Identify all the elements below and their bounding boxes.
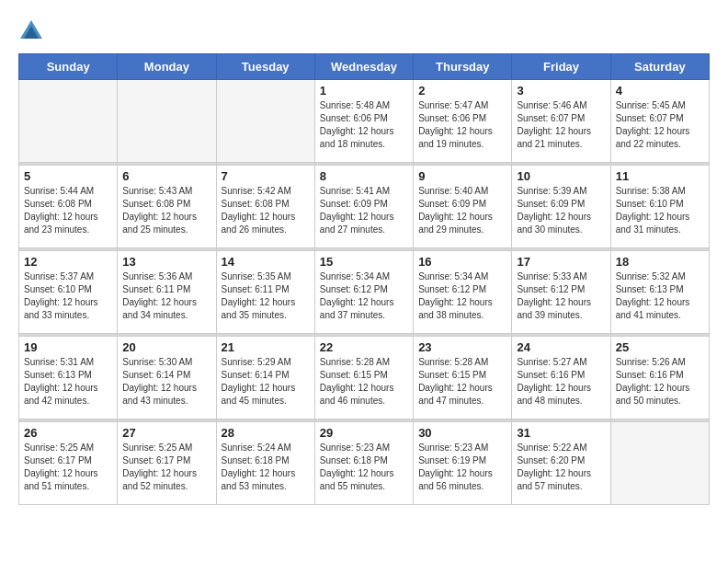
calendar-cell: 7Sunrise: 5:42 AM Sunset: 6:08 PM Daylig…: [216, 166, 314, 248]
calendar-cell: 14Sunrise: 5:35 AM Sunset: 6:11 PM Dayli…: [216, 251, 314, 334]
weekday-header-wednesday: Wednesday: [314, 54, 413, 80]
day-info: Sunrise: 5:41 AM Sunset: 6:09 PM Dayligh…: [320, 185, 408, 236]
day-number: 15: [320, 255, 408, 269]
calendar-cell: 31Sunrise: 5:22 AM Sunset: 6:20 PM Dayli…: [512, 422, 610, 505]
week-row-4: 19Sunrise: 5:31 AM Sunset: 6:13 PM Dayli…: [19, 337, 710, 419]
day-number: 7: [222, 169, 310, 183]
day-number: 26: [24, 426, 112, 440]
week-row-3: 12Sunrise: 5:37 AM Sunset: 6:10 PM Dayli…: [19, 251, 710, 334]
calendar-cell: 11Sunrise: 5:38 AM Sunset: 6:10 PM Dayli…: [610, 166, 709, 248]
calendar-cell: 8Sunrise: 5:41 AM Sunset: 6:09 PM Daylig…: [314, 166, 413, 248]
day-info: Sunrise: 5:43 AM Sunset: 6:08 PM Dayligh…: [122, 185, 210, 236]
day-info: Sunrise: 5:26 AM Sunset: 6:16 PM Dayligh…: [616, 356, 704, 408]
day-number: 18: [616, 255, 704, 269]
day-info: Sunrise: 5:29 AM Sunset: 6:14 PM Dayligh…: [222, 356, 310, 408]
day-number: 3: [517, 84, 605, 98]
day-info: Sunrise: 5:22 AM Sunset: 6:20 PM Dayligh…: [517, 442, 605, 493]
day-number: 1: [320, 84, 408, 98]
day-number: 4: [616, 84, 704, 98]
day-number: 28: [222, 426, 310, 440]
day-info: Sunrise: 5:23 AM Sunset: 6:18 PM Dayligh…: [320, 442, 408, 493]
day-info: Sunrise: 5:35 AM Sunset: 6:11 PM Dayligh…: [222, 270, 310, 322]
day-number: 20: [122, 340, 210, 354]
calendar-cell: 21Sunrise: 5:29 AM Sunset: 6:14 PM Dayli…: [216, 337, 314, 419]
day-info: Sunrise: 5:42 AM Sunset: 6:08 PM Dayligh…: [222, 185, 310, 236]
day-number: 21: [222, 340, 310, 354]
calendar-cell: 28Sunrise: 5:24 AM Sunset: 6:18 PM Dayli…: [216, 422, 314, 505]
weekday-header-row: SundayMondayTuesdayWednesdayThursdayFrid…: [19, 54, 710, 80]
day-info: Sunrise: 5:38 AM Sunset: 6:10 PM Dayligh…: [616, 185, 704, 236]
week-row-5: 26Sunrise: 5:25 AM Sunset: 6:17 PM Dayli…: [19, 422, 710, 505]
calendar-cell: 23Sunrise: 5:28 AM Sunset: 6:15 PM Dayli…: [414, 337, 512, 419]
day-info: Sunrise: 5:24 AM Sunset: 6:18 PM Dayligh…: [222, 442, 310, 493]
day-info: Sunrise: 5:45 AM Sunset: 6:07 PM Dayligh…: [616, 99, 704, 151]
day-info: Sunrise: 5:39 AM Sunset: 6:09 PM Dayligh…: [517, 185, 605, 236]
day-number: 17: [517, 255, 605, 269]
weekday-header-friday: Friday: [512, 54, 610, 80]
day-number: 11: [616, 169, 704, 183]
calendar-cell: 25Sunrise: 5:26 AM Sunset: 6:16 PM Dayli…: [610, 337, 709, 419]
day-info: Sunrise: 5:36 AM Sunset: 6:11 PM Dayligh…: [122, 270, 210, 322]
calendar-table: SundayMondayTuesdayWednesdayThursdayFrid…: [18, 53, 710, 505]
calendar-cell: 22Sunrise: 5:28 AM Sunset: 6:15 PM Dayli…: [314, 337, 413, 419]
calendar-cell: 13Sunrise: 5:36 AM Sunset: 6:11 PM Dayli…: [118, 251, 216, 334]
day-info: Sunrise: 5:27 AM Sunset: 6:16 PM Dayligh…: [517, 356, 605, 408]
day-number: 22: [320, 340, 408, 354]
weekday-header-tuesday: Tuesday: [216, 54, 314, 80]
day-info: Sunrise: 5:34 AM Sunset: 6:12 PM Dayligh…: [320, 270, 408, 322]
calendar-cell: 5Sunrise: 5:44 AM Sunset: 6:08 PM Daylig…: [19, 166, 118, 248]
day-info: Sunrise: 5:30 AM Sunset: 6:14 PM Dayligh…: [122, 356, 210, 408]
calendar-cell: 29Sunrise: 5:23 AM Sunset: 6:18 PM Dayli…: [314, 422, 413, 505]
day-number: 25: [616, 340, 704, 354]
logo-icon: [18, 18, 44, 44]
day-number: 27: [122, 426, 210, 440]
day-number: 6: [122, 169, 210, 183]
calendar-cell: [118, 80, 216, 163]
calendar-cell: 19Sunrise: 5:31 AM Sunset: 6:13 PM Dayli…: [19, 337, 118, 419]
day-info: Sunrise: 5:25 AM Sunset: 6:17 PM Dayligh…: [122, 442, 210, 493]
day-number: 16: [418, 255, 506, 269]
week-row-2: 5Sunrise: 5:44 AM Sunset: 6:08 PM Daylig…: [19, 166, 710, 248]
calendar-cell: 18Sunrise: 5:32 AM Sunset: 6:13 PM Dayli…: [610, 251, 709, 334]
calendar-cell: [610, 422, 709, 505]
day-info: Sunrise: 5:34 AM Sunset: 6:12 PM Dayligh…: [418, 270, 506, 322]
calendar-cell: [216, 80, 314, 163]
calendar-cell: 12Sunrise: 5:37 AM Sunset: 6:10 PM Dayli…: [19, 251, 118, 334]
calendar-cell: 27Sunrise: 5:25 AM Sunset: 6:17 PM Dayli…: [118, 422, 216, 505]
day-info: Sunrise: 5:23 AM Sunset: 6:19 PM Dayligh…: [418, 442, 506, 493]
day-number: 30: [418, 426, 506, 440]
calendar-cell: 20Sunrise: 5:30 AM Sunset: 6:14 PM Dayli…: [118, 337, 216, 419]
calendar-cell: 9Sunrise: 5:40 AM Sunset: 6:09 PM Daylig…: [414, 166, 512, 248]
day-number: 12: [24, 255, 112, 269]
day-info: Sunrise: 5:28 AM Sunset: 6:15 PM Dayligh…: [418, 356, 506, 408]
week-row-1: 1Sunrise: 5:48 AM Sunset: 6:06 PM Daylig…: [19, 80, 710, 163]
day-number: 14: [222, 255, 310, 269]
day-number: 9: [418, 169, 506, 183]
day-info: Sunrise: 5:28 AM Sunset: 6:15 PM Dayligh…: [320, 356, 408, 408]
day-info: Sunrise: 5:44 AM Sunset: 6:08 PM Dayligh…: [24, 185, 112, 236]
calendar-cell: 16Sunrise: 5:34 AM Sunset: 6:12 PM Dayli…: [414, 251, 512, 334]
day-info: Sunrise: 5:37 AM Sunset: 6:10 PM Dayligh…: [24, 270, 112, 322]
day-number: 29: [320, 426, 408, 440]
calendar-cell: 10Sunrise: 5:39 AM Sunset: 6:09 PM Dayli…: [512, 166, 610, 248]
page-header: [18, 18, 710, 44]
calendar-cell: 17Sunrise: 5:33 AM Sunset: 6:12 PM Dayli…: [512, 251, 610, 334]
day-number: 2: [418, 84, 506, 98]
calendar-cell: 30Sunrise: 5:23 AM Sunset: 6:19 PM Dayli…: [414, 422, 512, 505]
day-number: 19: [24, 340, 112, 354]
calendar-cell: 6Sunrise: 5:43 AM Sunset: 6:08 PM Daylig…: [118, 166, 216, 248]
day-info: Sunrise: 5:31 AM Sunset: 6:13 PM Dayligh…: [24, 356, 112, 408]
logo: [18, 18, 48, 44]
calendar-cell: 24Sunrise: 5:27 AM Sunset: 6:16 PM Dayli…: [512, 337, 610, 419]
calendar-cell: 1Sunrise: 5:48 AM Sunset: 6:06 PM Daylig…: [314, 80, 413, 163]
day-info: Sunrise: 5:47 AM Sunset: 6:06 PM Dayligh…: [418, 99, 506, 151]
day-number: 10: [517, 169, 605, 183]
day-info: Sunrise: 5:46 AM Sunset: 6:07 PM Dayligh…: [517, 99, 605, 151]
calendar-cell: 15Sunrise: 5:34 AM Sunset: 6:12 PM Dayli…: [314, 251, 413, 334]
calendar-cell: 3Sunrise: 5:46 AM Sunset: 6:07 PM Daylig…: [512, 80, 610, 163]
calendar-cell: [19, 80, 118, 163]
day-number: 8: [320, 169, 408, 183]
day-number: 23: [418, 340, 506, 354]
weekday-header-sunday: Sunday: [19, 54, 118, 80]
calendar-cell: 2Sunrise: 5:47 AM Sunset: 6:06 PM Daylig…: [414, 80, 512, 163]
